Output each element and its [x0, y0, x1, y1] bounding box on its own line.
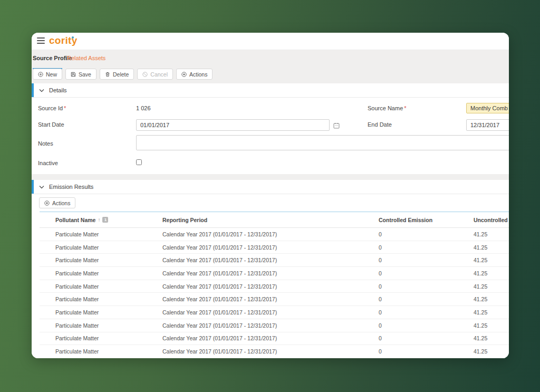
source-name-label: Source Name*: [368, 105, 407, 111]
cority-logo: cority: [49, 35, 78, 46]
cell-controlled-emission: 0: [379, 231, 474, 237]
cell-controlled-emission: 0: [379, 283, 474, 290]
dot-circle-icon: [44, 200, 50, 206]
cell-pollutant-name: Particulate Matter: [55, 296, 162, 302]
save-button[interactable]: Save: [65, 69, 97, 80]
inactive-label: Inactive: [38, 160, 58, 166]
cancel-button[interactable]: Cancel: [137, 69, 173, 80]
tab-related-assets-label: Related Assets: [67, 55, 105, 61]
cell-controlled-emission: 0: [379, 348, 474, 355]
tab-source-profile[interactable]: Source Profile: [33, 55, 72, 61]
cell-controlled-emission: 0: [379, 296, 474, 302]
details-section-header[interactable]: Details: [32, 83, 509, 98]
emission-table-body: Particulate Matter Calendar Year 2017 (0…: [40, 228, 509, 358]
column-header-uncontrolled-emission[interactable]: Uncontrolled Emission: [474, 217, 509, 223]
new-button-label: New: [46, 71, 57, 78]
cell-uncontrolled-emission: 41.25: [474, 309, 509, 315]
app-window: cority Source Profile Related Assets New…: [32, 33, 509, 358]
cell-uncontrolled-emission: 41.25: [474, 270, 509, 276]
cell-reporting-period: Calendar Year 2017 (01/01/2017 - 12/31/2…: [162, 244, 379, 251]
cell-controlled-emission: 0: [379, 257, 474, 263]
emission-actions-button[interactable]: Actions: [39, 197, 75, 208]
actions-button[interactable]: Actions: [176, 69, 213, 80]
emission-actions-button-label: Actions: [52, 200, 70, 206]
chevron-down-icon[interactable]: [39, 89, 44, 92]
sort-asc-icon[interactable]: ↑: [98, 217, 100, 223]
table-row[interactable]: Particulate Matter Calendar Year 2017 (0…: [40, 228, 509, 241]
emission-results-section-header[interactable]: Emission Results: [32, 180, 509, 194]
start-date-label: Start Date: [38, 121, 64, 128]
table-row[interactable]: Particulate Matter Calendar Year 2017 (0…: [40, 241, 509, 254]
cell-reporting-period: Calendar Year 2017 (01/01/2017 - 12/31/2…: [162, 335, 379, 341]
column-header-reporting-period[interactable]: Reporting Period: [162, 217, 379, 223]
table-row[interactable]: Particulate Matter Calendar Year 2017 (0…: [40, 306, 509, 319]
cancel-button-label: Cancel: [150, 71, 168, 78]
plus-circle-icon: [38, 72, 43, 77]
cell-pollutant-name: Particulate Matter: [55, 335, 162, 341]
details-form: Source Id* 1 026 Source Name* Start Date…: [32, 98, 509, 174]
cell-reporting-period: Calendar Year 2017 (01/01/2017 - 12/31/2…: [162, 296, 379, 302]
cell-controlled-emission: 0: [379, 244, 474, 251]
table-row[interactable]: Particulate Matter Calendar Year 2017 (0…: [40, 293, 509, 306]
required-marker: *: [64, 105, 66, 111]
cell-uncontrolled-emission: 41.25: [474, 335, 509, 341]
emission-results-body: Actions Pollutant Name ↑ 1 Reporting Per…: [32, 194, 509, 358]
cell-uncontrolled-emission: 41.25: [474, 348, 509, 355]
sort-order-badge: 1: [102, 217, 108, 223]
cell-pollutant-name: Particulate Matter: [55, 309, 162, 315]
source-id-label: Source Id*: [38, 105, 66, 111]
delete-button-label: Delete: [113, 71, 129, 78]
calendar-icon[interactable]: [333, 121, 340, 131]
notes-field[interactable]: [136, 135, 509, 150]
end-date-label: End Date: [368, 121, 392, 128]
section-accent-bar: [32, 180, 34, 194]
cell-pollutant-name: Particulate Matter: [55, 348, 162, 355]
cell-controlled-emission: 0: [379, 335, 474, 341]
column-header-pollutant-name[interactable]: Pollutant Name ↑ 1: [55, 217, 162, 223]
table-row[interactable]: Particulate Matter Calendar Year 2017 (0…: [40, 267, 509, 280]
table-row[interactable]: Particulate Matter Calendar Year 2017 (0…: [40, 332, 509, 346]
details-section-title: Details: [49, 87, 67, 93]
cell-pollutant-name: Particulate Matter: [55, 231, 162, 237]
end-date-field[interactable]: [466, 119, 509, 131]
cell-controlled-emission: 0: [379, 270, 474, 276]
source-name-field[interactable]: [466, 103, 509, 113]
cell-uncontrolled-emission: 41.25: [474, 322, 509, 329]
actions-button-label: Actions: [189, 71, 207, 78]
delete-button[interactable]: Delete: [100, 69, 134, 80]
required-marker: *: [404, 105, 406, 111]
cell-pollutant-name: Particulate Matter: [55, 257, 162, 263]
cell-reporting-period: Calendar Year 2017 (01/01/2017 - 12/31/2…: [162, 270, 379, 276]
emission-table: Pollutant Name ↑ 1 Reporting Period Cont…: [40, 212, 509, 358]
cell-reporting-period: Calendar Year 2017 (01/01/2017 - 12/31/2…: [162, 309, 379, 315]
table-row[interactable]: Particulate Matter Calendar Year 2017 (0…: [40, 319, 509, 332]
cell-uncontrolled-emission: 41.25: [474, 244, 509, 251]
table-row[interactable]: Particulate Matter Calendar Year 2017 (0…: [40, 280, 509, 293]
cell-reporting-period: Calendar Year 2017 (01/01/2017 - 12/31/2…: [162, 322, 379, 329]
section-divider: [32, 174, 509, 180]
cell-uncontrolled-emission: 41.25: [474, 257, 509, 263]
table-row[interactable]: Particulate Matter Calendar Year 2017 (0…: [40, 345, 509, 358]
dot-circle-icon: [181, 72, 187, 77]
cell-uncontrolled-emission: 41.25: [474, 296, 509, 302]
cancel-icon: [142, 72, 148, 77]
cell-pollutant-name: Particulate Matter: [55, 244, 162, 251]
cell-reporting-period: Calendar Year 2017 (01/01/2017 - 12/31/2…: [162, 283, 379, 290]
source-id-value: 1 026: [136, 105, 151, 111]
table-row[interactable]: Particulate Matter Calendar Year 2017 (0…: [40, 254, 509, 267]
cell-reporting-period: Calendar Year 2017 (01/01/2017 - 12/31/2…: [162, 257, 379, 263]
inactive-checkbox[interactable]: [136, 159, 142, 165]
new-button[interactable]: New: [33, 69, 62, 80]
tab-source-profile-label: Source Profile: [33, 55, 72, 61]
toolbar: New Save Delete Cancel Actions: [33, 69, 213, 80]
tab-related-assets[interactable]: Related Assets: [67, 55, 105, 61]
chevron-down-icon[interactable]: [39, 185, 44, 189]
cell-reporting-period: Calendar Year 2017 (01/01/2017 - 12/31/2…: [162, 348, 379, 355]
column-header-controlled-emission[interactable]: Controlled Emission: [379, 217, 474, 223]
cell-pollutant-name: Particulate Matter: [55, 270, 162, 276]
start-date-field[interactable]: [136, 119, 330, 131]
hamburger-menu-icon[interactable]: [37, 37, 45, 44]
cell-pollutant-name: Particulate Matter: [55, 322, 162, 329]
cell-reporting-period: Calendar Year 2017 (01/01/2017 - 12/31/2…: [162, 231, 379, 237]
save-icon: [71, 72, 76, 77]
